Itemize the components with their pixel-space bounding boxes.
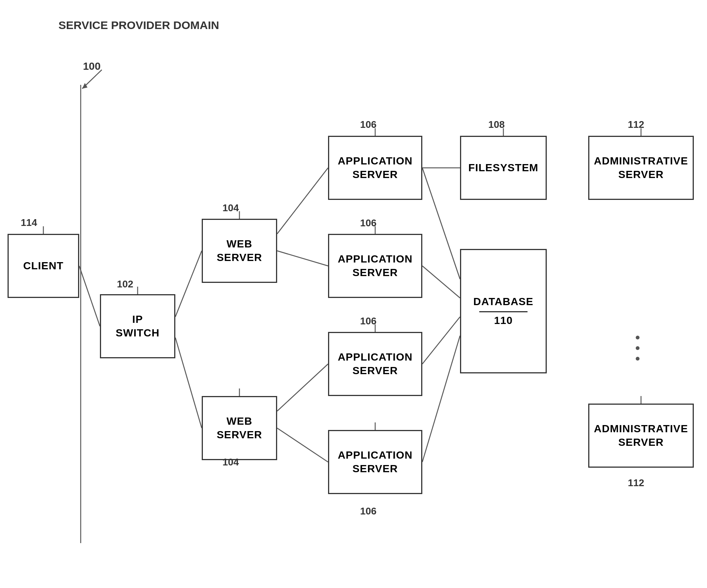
app-server-3-label: APPLICATIONSERVER <box>338 350 413 378</box>
web-server-top-box: WEBSERVER <box>202 219 277 283</box>
web-server-top-number: 104 <box>222 202 239 214</box>
ip-switch-number: 102 <box>117 278 133 290</box>
web-server-bottom-number: 104 <box>222 456 239 468</box>
app-server-3-box: APPLICATIONSERVER <box>328 332 422 396</box>
svg-line-8 <box>277 364 328 411</box>
app-server-4-box: APPLICATIONSERVER <box>328 430 422 494</box>
dot-1 <box>636 336 640 339</box>
svg-line-12 <box>422 317 460 364</box>
app-server-2-box: APPLICATIONSERVER <box>328 234 422 298</box>
service-provider-domain-label: SERVICE PROVIDER DOMAIN <box>58 19 219 32</box>
dot-2 <box>636 346 640 350</box>
svg-line-9 <box>277 428 328 462</box>
svg-line-10 <box>422 168 460 279</box>
svg-line-4 <box>175 251 202 317</box>
app-server-1-label: APPLICATIONSERVER <box>338 154 413 182</box>
app-server-4-number: 106 <box>360 505 376 517</box>
svg-line-6 <box>277 168 328 234</box>
filesystem-label: FILESYSTEM <box>468 161 538 175</box>
app-server-1-number: 106 <box>360 119 376 130</box>
filesystem-box: FILESYSTEM <box>460 136 547 200</box>
admin-server-bottom-box: ADMINISTRATIVESERVER <box>588 404 694 468</box>
web-server-bottom-label: WEBSERVER <box>217 415 262 442</box>
domain-number: 100 <box>83 60 101 72</box>
app-server-1-box: APPLICATIONSERVER <box>328 136 422 200</box>
svg-line-5 <box>175 338 202 428</box>
client-number: 114 <box>21 217 37 229</box>
web-server-bottom-box: WEBSERVER <box>202 396 277 460</box>
app-server-3-number: 106 <box>360 315 376 327</box>
app-server-4-label: APPLICATIONSERVER <box>338 448 413 476</box>
dots-separator <box>636 336 640 361</box>
admin-server-bottom-label: ADMINISTRATIVESERVER <box>594 422 688 450</box>
app-server-2-number: 106 <box>360 217 376 229</box>
filesystem-number: 108 <box>488 119 505 130</box>
ip-switch-box: IPSWITCH <box>100 294 175 358</box>
ip-switch-label: IPSWITCH <box>116 313 159 340</box>
dot-3 <box>636 357 640 361</box>
admin-server-top-number: 112 <box>628 119 644 130</box>
client-label: CLIENT <box>23 259 63 273</box>
database-box: DATABASE 110 <box>460 249 547 373</box>
svg-line-3 <box>79 266 100 326</box>
database-number: 110 <box>494 314 513 327</box>
diagram: SERVICE PROVIDER DOMAIN 100 CLIENT 114 I… <box>0 0 707 588</box>
admin-server-top-label: ADMINISTRATIVESERVER <box>594 154 688 182</box>
web-server-top-label: WEBSERVER <box>217 237 262 265</box>
svg-line-11 <box>422 266 460 298</box>
app-server-2-label: APPLICATIONSERVER <box>338 252 413 280</box>
database-label: DATABASE <box>473 295 533 309</box>
svg-line-13 <box>422 336 460 462</box>
svg-line-7 <box>277 251 328 266</box>
admin-server-bottom-number: 112 <box>628 477 644 489</box>
admin-server-top-box: ADMINISTRATIVESERVER <box>588 136 694 200</box>
client-box: CLIENT <box>8 234 79 298</box>
